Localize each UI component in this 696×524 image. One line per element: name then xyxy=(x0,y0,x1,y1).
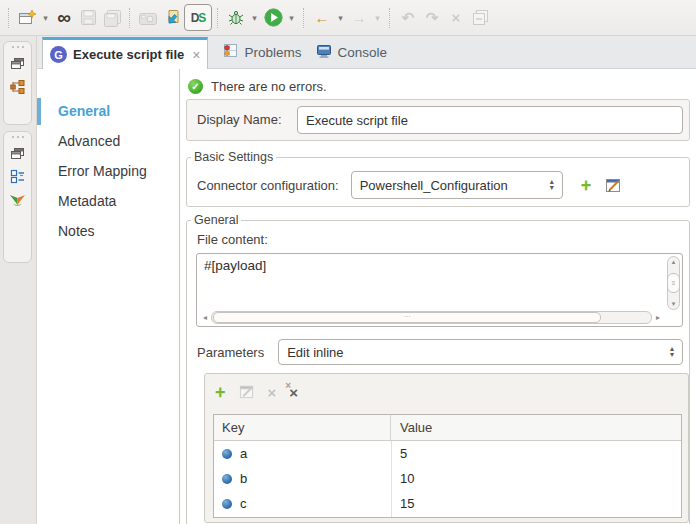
drag-handle-icon[interactable] xyxy=(4,42,31,48)
horizontal-scrollbar[interactable]: ◂ ⋯ ▸ xyxy=(199,311,664,324)
param-key: b xyxy=(240,471,247,486)
back-dropdown-icon[interactable]: ▾ xyxy=(334,13,347,23)
nav-list: General Advanced Error Mapping Metadata … xyxy=(37,96,179,246)
drag-handle-icon[interactable] xyxy=(4,132,31,138)
run-icon[interactable] xyxy=(261,6,285,30)
status-row: ✓ There are no errors. xyxy=(188,79,327,94)
problems-icon xyxy=(222,43,238,61)
clear-all-parameters-icon[interactable]: × × xyxy=(289,385,298,400)
outline-view-icon[interactable] xyxy=(4,169,31,184)
toolbar-separator xyxy=(8,8,10,28)
parameters-panel: + × × × Key Value xyxy=(204,373,689,523)
redo-icon[interactable]: ↷ xyxy=(420,6,444,30)
edit-parameter-icon[interactable] xyxy=(239,384,255,400)
restore-view-icon[interactable] xyxy=(4,147,31,160)
parameters-row: Parameters Edit inline ▴▾ xyxy=(197,339,683,365)
scroll-left-icon[interactable]: ◂ xyxy=(199,313,211,322)
debug-icon[interactable] xyxy=(224,6,248,30)
run-dropdown-icon[interactable]: ▾ xyxy=(285,13,298,23)
connector-config-combo[interactable]: Powershell_Configuration ▴▾ xyxy=(351,171,563,199)
edit-config-icon[interactable] xyxy=(605,177,622,194)
parameters-table: Key Value a 5 b 10 c 15 xyxy=(213,414,682,518)
general-legend: General xyxy=(191,213,241,227)
tab-problems[interactable]: Problems xyxy=(222,43,301,61)
new-dropdown-icon[interactable]: ▾ xyxy=(39,13,52,23)
parameters-value: Edit inline xyxy=(287,345,343,360)
toolbar-separator xyxy=(129,8,131,28)
display-name-group: Display Name: xyxy=(186,99,690,141)
close-icon[interactable]: × xyxy=(192,48,200,62)
snapshot-icon[interactable] xyxy=(136,6,160,30)
display-name-label: Display Name: xyxy=(197,100,282,140)
save-all-icon[interactable] xyxy=(100,6,124,30)
tab-execute-script-file[interactable]: G Execute script file × xyxy=(42,37,208,69)
nav-item-notes[interactable]: Notes xyxy=(37,216,179,246)
param-key: a xyxy=(240,446,247,461)
mule-infinity-icon[interactable]: ∞ xyxy=(52,6,76,30)
properties-nav-panel: General Advanced Error Mapping Metadata … xyxy=(37,69,180,524)
param-key: c xyxy=(240,496,247,511)
param-value: 15 xyxy=(391,496,681,511)
combo-spinner-icon[interactable]: ▴▾ xyxy=(544,179,554,191)
forward-icon[interactable]: → xyxy=(347,6,371,30)
display-name-input[interactable] xyxy=(297,106,683,134)
column-header-key[interactable]: Key xyxy=(214,415,391,440)
package-explorer-icon[interactable] xyxy=(4,79,31,95)
connector-config-label: Connector configuration: xyxy=(197,178,339,193)
nav-item-error-mapping[interactable]: Error Mapping xyxy=(37,156,179,186)
main-toolbar: ▾ ∞ DS ▾ ▾ ← ▾ → ▾ ↶ ↷ × xyxy=(0,0,696,36)
table-row[interactable]: a 5 xyxy=(214,441,681,466)
tab-console[interactable]: Console xyxy=(316,44,388,61)
column-header-value[interactable]: Value xyxy=(391,415,681,440)
table-header: Key Value xyxy=(214,415,681,441)
table-row[interactable]: c 15 xyxy=(214,491,681,516)
add-config-icon[interactable]: + xyxy=(581,176,592,194)
add-parameter-icon[interactable]: + xyxy=(215,383,226,401)
console-icon xyxy=(316,44,332,61)
anypoint-studio-window: ▾ ∞ DS ▾ ▾ ← ▾ → ▾ ↶ ↷ × xyxy=(0,0,696,524)
file-content-textarea[interactable]: #[payload] ▴ ≡ ▾ ◂ ⋯ ▸ xyxy=(196,253,683,327)
table-row[interactable]: b 10 xyxy=(214,466,681,491)
datasense-button[interactable]: DS xyxy=(184,4,212,31)
scroll-right-icon[interactable]: ▸ xyxy=(652,313,664,322)
combo-spinner-icon[interactable]: ▴▾ xyxy=(664,346,674,358)
restore-view-icon[interactable] xyxy=(4,57,31,70)
connector-config-value: Powershell_Configuration xyxy=(360,178,508,193)
save-icon[interactable] xyxy=(76,6,100,30)
undo-icon[interactable]: ↶ xyxy=(396,6,420,30)
toolbar-separator xyxy=(389,8,391,28)
mule-palette-icon[interactable] xyxy=(4,193,31,208)
debug-dropdown-icon[interactable]: ▾ xyxy=(248,13,261,23)
editor-tabbar: G Execute script file × Problems Console xyxy=(37,36,696,69)
connector-icon: G xyxy=(50,46,67,63)
collapse-all-icon[interactable] xyxy=(468,6,492,30)
view-tray-top xyxy=(3,41,32,125)
vertical-scrollbar[interactable]: ▴ ≡ ▾ xyxy=(667,256,680,310)
import-deploy-icon[interactable] xyxy=(160,6,184,30)
scroll-down-icon[interactable]: ▾ xyxy=(672,300,676,308)
forward-dropdown-icon[interactable]: ▾ xyxy=(371,13,384,23)
tab-label: Execute script file xyxy=(73,47,184,62)
tab-label: Problems xyxy=(244,45,301,60)
parameters-combo[interactable]: Edit inline ▴▾ xyxy=(278,339,683,365)
nav-item-general[interactable]: General xyxy=(37,96,179,126)
scrollbar-thumb[interactable]: ⋯ xyxy=(213,312,601,323)
column-divider xyxy=(391,441,392,517)
scroll-up-icon[interactable]: ▴ xyxy=(672,258,676,266)
remove-parameter-icon[interactable]: × xyxy=(268,385,277,400)
toolbar-separator xyxy=(303,8,305,28)
parameters-toolbar: + × × × xyxy=(215,380,298,404)
nav-item-advanced[interactable]: Advanced xyxy=(37,126,179,156)
scrollbar-track[interactable]: ⋯ xyxy=(211,311,652,324)
parameters-label: Parameters xyxy=(197,345,264,360)
nav-item-metadata[interactable]: Metadata xyxy=(37,186,179,216)
delete-icon[interactable]: × xyxy=(444,6,468,30)
new-wizard-icon[interactable] xyxy=(15,6,39,30)
view-tray-bottom xyxy=(3,131,32,263)
back-icon[interactable]: ← xyxy=(310,6,334,30)
toolbar-separator xyxy=(217,8,219,28)
param-value: 5 xyxy=(391,446,681,461)
minimized-views-strip xyxy=(0,36,37,524)
file-content-label: File content: xyxy=(197,232,268,247)
scrollbar-thumb[interactable]: ≡ xyxy=(667,273,680,293)
